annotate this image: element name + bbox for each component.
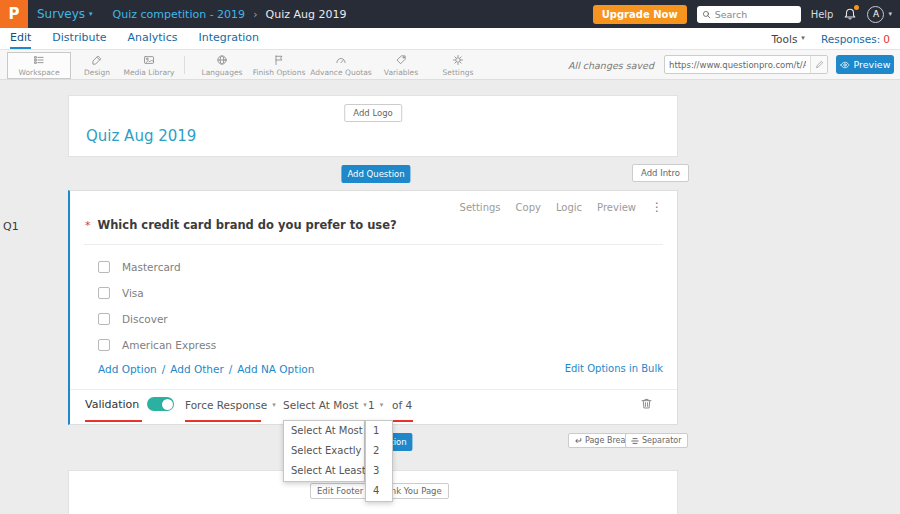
of-total-label: of 4 bbox=[392, 399, 412, 411]
search-box[interactable] bbox=[697, 6, 801, 23]
option-row: American Express bbox=[98, 338, 216, 352]
preview-button[interactable]: Preview bbox=[836, 55, 894, 74]
menu-item-number[interactable]: 2 bbox=[366, 441, 392, 461]
responses-counter[interactable]: Responses: 0 bbox=[821, 33, 890, 45]
toolbar-item-workspace[interactable]: Workspace bbox=[7, 52, 71, 79]
breadcrumb-current: Quiz Aug 2019 bbox=[266, 8, 347, 21]
required-asterisk: * bbox=[85, 219, 91, 232]
breadcrumb: Quiz competition - 2019 › Quiz Aug 2019 bbox=[113, 8, 347, 21]
survey-url-input[interactable] bbox=[665, 60, 810, 70]
toolbar-item-design[interactable]: Design bbox=[74, 51, 120, 79]
option-label[interactable]: American Express bbox=[122, 339, 216, 351]
option-checkbox[interactable] bbox=[98, 313, 110, 325]
tab-edit[interactable]: Edit bbox=[10, 28, 31, 49]
surveys-menu-label: Surveys bbox=[37, 7, 85, 21]
select-count-value: 1 bbox=[368, 399, 375, 411]
toolbar-item-settings[interactable]: Settings bbox=[432, 51, 484, 79]
toolbar-label: Variables bbox=[384, 68, 418, 77]
question-actions: Settings Copy Logic Preview ⋮ bbox=[460, 200, 663, 214]
question-text[interactable]: Which credit card brand do you prefer to… bbox=[98, 218, 397, 232]
chevron-down-icon: ▾ bbox=[272, 402, 276, 409]
menu-item-number[interactable]: 3 bbox=[366, 461, 392, 481]
menu-item-select-at-most[interactable]: Select At Most bbox=[284, 421, 364, 441]
search-input[interactable] bbox=[715, 9, 796, 20]
media-library-icon bbox=[143, 54, 155, 66]
tab-distribute[interactable]: Distribute bbox=[52, 28, 106, 49]
edit-url-button[interactable] bbox=[810, 56, 827, 73]
edit-options-in-bulk-link[interactable]: Edit Options in Bulk bbox=[565, 363, 663, 374]
add-option-link[interactable]: Add Option bbox=[98, 363, 157, 375]
select-count-menu: 1 2 3 4 bbox=[365, 420, 393, 502]
toolbar-item-languages[interactable]: Languages bbox=[194, 51, 250, 79]
survey-title[interactable]: Quiz Aug 2019 bbox=[86, 127, 196, 145]
advance-quotas-icon bbox=[335, 54, 347, 66]
pencil-icon bbox=[815, 60, 824, 69]
option-row: Discover bbox=[98, 312, 168, 326]
menu-item-select-exactly[interactable]: Select Exactly bbox=[284, 441, 364, 461]
edit-footer-button[interactable]: Edit Footer bbox=[310, 483, 370, 499]
questionpro-logo[interactable]: P bbox=[0, 0, 28, 28]
question-copy-link[interactable]: Copy bbox=[516, 202, 541, 213]
help-link[interactable]: Help bbox=[811, 9, 834, 20]
page-break-label: Page Break bbox=[585, 436, 630, 446]
eye-icon bbox=[840, 60, 850, 70]
survey-header-card: Add Logo Quiz Aug 2019 bbox=[68, 95, 678, 157]
add-intro-button[interactable]: Add Intro bbox=[632, 164, 689, 182]
menu-item-select-at-least[interactable]: Select At Least bbox=[284, 461, 364, 481]
separator-button[interactable]: Separator bbox=[625, 433, 688, 448]
chevron-down-icon: ▾ bbox=[801, 35, 805, 42]
question-logic-link[interactable]: Logic bbox=[556, 202, 582, 213]
chevron-down-icon: ▾ bbox=[380, 402, 384, 409]
add-logo-button[interactable]: Add Logo bbox=[344, 104, 402, 122]
toolbar-label: Workspace bbox=[19, 68, 60, 77]
toolbar-divider bbox=[184, 56, 185, 74]
tab-analytics[interactable]: Analytics bbox=[128, 28, 178, 49]
validation-toggle[interactable] bbox=[147, 397, 174, 411]
tools-menu[interactable]: Tools ▾ bbox=[771, 33, 804, 45]
toolbar-item-media-library[interactable]: Media Library bbox=[120, 51, 178, 79]
menu-item-number[interactable]: 1 bbox=[366, 421, 392, 441]
toolbar-label: Languages bbox=[202, 68, 243, 77]
notification-badge bbox=[854, 5, 859, 10]
responses-label: Responses: bbox=[821, 33, 880, 45]
survey-toolbar: Workspace Design Media Library Languages… bbox=[0, 50, 900, 80]
add-question-button-top[interactable]: Add Question bbox=[341, 165, 410, 183]
divider bbox=[70, 389, 677, 390]
nav-right: Tools ▾ Responses: 0 bbox=[771, 28, 892, 49]
select-count-dropdown[interactable]: 1 ▾ bbox=[368, 399, 383, 411]
menu-item-number[interactable]: 4 bbox=[366, 481, 392, 501]
select-rule-dropdown[interactable]: Select At Most ▾ bbox=[283, 399, 367, 411]
toolbar-item-advance-quotas[interactable]: Advance Quotas bbox=[310, 51, 372, 79]
question-preview-link[interactable]: Preview bbox=[597, 202, 636, 213]
finish-options-icon bbox=[273, 54, 285, 66]
delete-question-trash-icon[interactable] bbox=[640, 395, 653, 414]
breadcrumb-chevron-icon: › bbox=[253, 8, 257, 21]
option-label[interactable]: Discover bbox=[122, 313, 168, 325]
add-na-option-link[interactable]: Add NA Option bbox=[237, 363, 314, 375]
account-menu[interactable]: A ▾ bbox=[867, 6, 892, 23]
add-other-link[interactable]: Add Other bbox=[170, 363, 223, 375]
toolbar-label: Finish Options bbox=[253, 68, 306, 77]
option-checkbox[interactable] bbox=[98, 261, 110, 273]
option-links: Add Option / Add Other / Add NA Option bbox=[98, 363, 314, 375]
main-nav: Edit Distribute Analytics Integration To… bbox=[0, 28, 900, 50]
breadcrumb-folder[interactable]: Quiz competition - 2019 bbox=[113, 8, 246, 21]
notifications-bell-icon[interactable] bbox=[843, 7, 857, 21]
tab-integration[interactable]: Integration bbox=[198, 28, 259, 49]
toolbar-item-variables[interactable]: Variables bbox=[376, 51, 426, 79]
question-settings-link[interactable]: Settings bbox=[460, 202, 501, 213]
surveys-menu[interactable]: Surveys ▾ bbox=[37, 7, 93, 21]
toolbar-item-finish-options[interactable]: Finish Options bbox=[250, 51, 308, 79]
overflow-menu-icon[interactable]: ⋮ bbox=[651, 200, 663, 214]
upgrade-now-button[interactable]: Upgrade Now bbox=[593, 5, 687, 24]
languages-icon bbox=[216, 54, 228, 66]
annotation-underline bbox=[185, 420, 261, 422]
option-row: Mastercard bbox=[98, 260, 181, 274]
search-icon bbox=[702, 10, 711, 19]
option-label[interactable]: Visa bbox=[122, 287, 144, 299]
force-response-dropdown[interactable]: Force Response ▾ bbox=[185, 399, 276, 411]
select-rule-value: Select At Most bbox=[283, 399, 358, 411]
option-label[interactable]: Mastercard bbox=[122, 261, 181, 273]
option-checkbox[interactable] bbox=[98, 339, 110, 351]
option-checkbox[interactable] bbox=[98, 287, 110, 299]
